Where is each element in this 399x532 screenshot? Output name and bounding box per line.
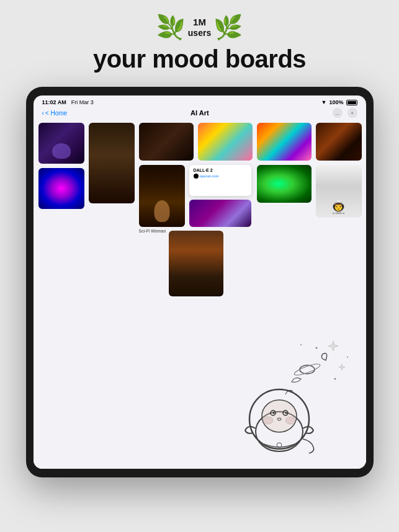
- space-hamster-svg: [211, 332, 360, 463]
- wifi-icon: ▼: [321, 99, 327, 105]
- openai-icon: [194, 174, 199, 179]
- status-right: ▼ 100%: [321, 99, 357, 105]
- nav-actions: ... +: [333, 108, 357, 118]
- more-options-button[interactable]: ...: [333, 108, 343, 118]
- nav-title: AI Art: [191, 109, 209, 117]
- back-label: < Home: [45, 110, 67, 117]
- drawing-illustration: [211, 332, 360, 463]
- svg-point-8: [262, 400, 297, 432]
- moodboard: DALL·E 2 openai.com Sci-Fi Woman: [34, 120, 366, 469]
- tile-toys[interactable]: [198, 123, 253, 161]
- svg-point-12: [285, 412, 287, 414]
- svg-point-4: [334, 378, 336, 380]
- laurel-left-icon: 🌿: [156, 14, 186, 41]
- svg-point-1: [293, 362, 321, 377]
- laurel-badge: 🌿 1M users 🌿: [156, 14, 243, 41]
- tile-warm-room[interactable]: [316, 123, 362, 161]
- badge-number: 1M: [193, 17, 206, 28]
- tile-purple-creatures[interactable]: [189, 200, 251, 227]
- tile-green-monsters[interactable]: [257, 165, 312, 203]
- tile-space-figures[interactable]: [38, 123, 84, 164]
- svg-point-3: [347, 357, 348, 358]
- badge-label: users: [188, 28, 211, 38]
- svg-point-2: [315, 347, 317, 349]
- svg-point-15: [285, 417, 295, 424]
- tile-abstract-tunnel[interactable]: [38, 168, 84, 209]
- ipad-device: 11:02 AM Fri Mar 3 ▼ 100% ‹ < Home AI Ar: [26, 87, 374, 477]
- battery-text: 100%: [329, 99, 343, 105]
- tile-meditation-figure[interactable]: [169, 231, 223, 296]
- headline-text: your mood boards: [93, 45, 306, 73]
- status-bar: 11:02 AM Fri Mar 3 ▼ 100%: [34, 95, 366, 107]
- ipad-frame: 11:02 AM Fri Mar 3 ▼ 100% ‹ < Home AI Ar: [26, 87, 374, 477]
- badge-text: 1M users: [188, 17, 211, 38]
- laurel-right-icon: 🌿: [213, 14, 243, 41]
- ipad-screen: 11:02 AM Fri Mar 3 ▼ 100% ‹ < Home AI Ar: [34, 95, 366, 469]
- svg-point-11: [272, 412, 274, 414]
- tile-dalle-card[interactable]: DALL·E 2 openai.com: [189, 165, 251, 196]
- sci-fi-woman-label: Sci-Fi Woman: [139, 229, 166, 233]
- add-button[interactable]: +: [347, 108, 357, 118]
- tile-woman-portrait[interactable]: [139, 165, 185, 227]
- moodboard-content: DALL·E 2 openai.com Sci-Fi Woman: [34, 120, 366, 469]
- battery-icon: [346, 100, 357, 105]
- chevron-left-icon: ‹: [42, 110, 44, 117]
- tile-chandelier[interactable]: [139, 123, 194, 161]
- dalle-url: openai.com: [194, 174, 247, 179]
- nav-back-button[interactable]: ‹ < Home: [42, 110, 68, 117]
- tile-dark-creature[interactable]: [89, 123, 135, 203]
- status-date: Fri Mar 3: [71, 99, 94, 105]
- dalle-title: DALL·E 2: [194, 168, 247, 172]
- tile-astronaut[interactable]: [316, 165, 362, 218]
- svg-point-14: [263, 417, 273, 424]
- status-time: 11:02 AM: [42, 99, 66, 105]
- svg-point-5: [300, 344, 302, 345]
- tile-colorful-toys[interactable]: [257, 123, 312, 161]
- top-section: 🌿 1M users 🌿 your mood boards: [93, 0, 306, 82]
- nav-bar: ‹ < Home AI Art ... +: [34, 107, 366, 120]
